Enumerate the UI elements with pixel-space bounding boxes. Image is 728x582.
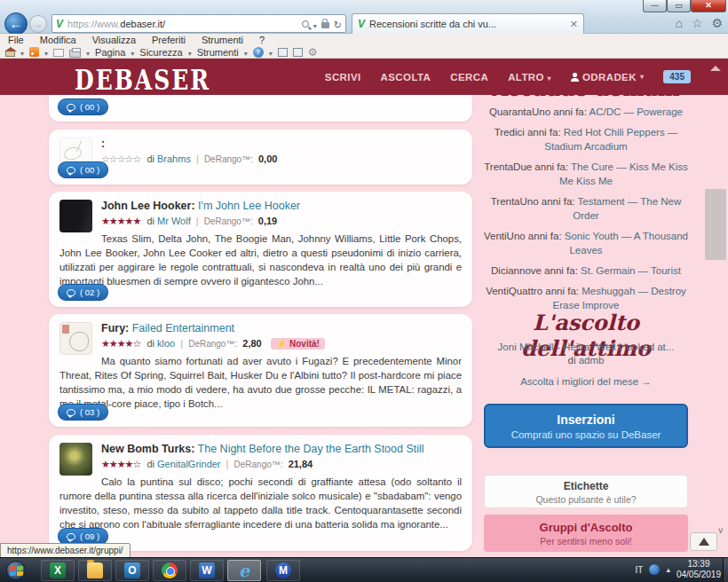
refresh-icon[interactable] xyxy=(334,16,342,32)
ascolto-author-link[interactable]: admb xyxy=(579,355,605,366)
chevron-down-icon[interactable]: ∨ xyxy=(717,525,724,535)
taskbar-folder[interactable] xyxy=(78,560,112,581)
user-menu[interactable]: ODRADEK ▾ xyxy=(571,72,644,83)
chevron-down-icon[interactable] xyxy=(86,47,90,58)
inserzioni-button[interactable]: Inserzioni Comprati uno spazio su DeBase… xyxy=(484,404,688,448)
gruppi-ascolto-button[interactable]: Gruppi d'Ascolto Per sentirsi meno soli! xyxy=(484,515,688,552)
settings-gear-icon[interactable]: ⚙ xyxy=(711,16,723,30)
star-rating: ★★★★☆ xyxy=(101,459,140,469)
network-globe-icon[interactable] xyxy=(649,564,660,575)
chevron-down-icon[interactable] xyxy=(20,47,24,58)
read-mail-icon[interactable] xyxy=(53,49,64,57)
menu-strumenti[interactable]: Strumenti xyxy=(194,34,251,45)
review-album-link[interactable]: I'm John Lee Hooker xyxy=(198,200,300,212)
taskbar-outlook[interactable]: O xyxy=(115,560,149,581)
review-album-link[interactable]: Failed Entertainment xyxy=(132,322,234,334)
taskbar-malwarebytes[interactable]: M xyxy=(266,560,300,581)
etichette-button[interactable]: Etichette Questo pulsante è utile? xyxy=(484,475,688,508)
taskbar: X O W e M IT ▴ 13:39 04/05/2019 xyxy=(0,557,728,582)
favorites-star-icon[interactable]: ☆ xyxy=(692,16,703,30)
nav-cerca[interactable]: CERCA xyxy=(450,72,488,83)
comments-button[interactable]: ( 00 ) xyxy=(58,161,108,178)
anniversary-link[interactable]: Sonic Youth — A Thousand Leaves xyxy=(565,231,688,256)
chevron-down-icon[interactable] xyxy=(269,47,273,58)
gear-icon[interactable]: ⚙ xyxy=(308,46,318,59)
home-page-icon[interactable] xyxy=(5,51,15,57)
minimize-button[interactable]: — xyxy=(643,0,667,12)
nav-ascolta[interactable]: ASCOLTA xyxy=(381,72,431,83)
desktop: — ▭ ✕ ← → V https://www.debaser.it/ V Re… xyxy=(0,0,728,582)
address-dropdown-icon[interactable] xyxy=(313,16,317,32)
menu-help[interactable]: ? xyxy=(251,34,273,45)
review-album-link[interactable]: The Night Before the Day the Earth Stood… xyxy=(198,443,424,455)
anniversary-link[interactable]: St. Germain — Tourist xyxy=(581,265,681,276)
author-link[interactable]: GenitalGrinder xyxy=(157,459,221,469)
author-link[interactable]: Mr Wolf xyxy=(157,216,191,226)
chevron-down-icon[interactable] xyxy=(44,47,48,58)
address-bar[interactable]: V https://www.debaser.it/ xyxy=(51,14,346,33)
ascolto-track-link[interactable]: Joni Mitchell - Hejira "Well I looked at… xyxy=(498,342,675,352)
site-logo[interactable]: DEBASER xyxy=(75,64,210,96)
nav-scrivi[interactable]: SCRIVI xyxy=(325,72,361,83)
user-icon xyxy=(571,73,579,81)
taskbar-excel[interactable]: X xyxy=(41,560,75,581)
comment-bubble-icon xyxy=(67,104,75,111)
taskbar-internet-explorer[interactable]: e xyxy=(227,560,261,581)
scrollbar-thumb[interactable] xyxy=(705,189,726,260)
author-link[interactable]: kloo xyxy=(157,338,175,349)
scrollbar-up-arrow[interactable] xyxy=(710,66,721,71)
extension-icon[interactable] xyxy=(278,48,288,57)
chevron-down-icon: ▾ xyxy=(640,73,644,81)
help-icon[interactable]: ? xyxy=(253,47,264,58)
derango-value: 0,00 xyxy=(258,153,277,164)
tab-close-icon[interactable]: ✕ xyxy=(566,19,578,30)
anniversary-link[interactable]: AC/DC — Powerage xyxy=(590,106,683,117)
anniversary-item: TrentaUno anni fa: Testament — The New O… xyxy=(484,194,688,223)
best-of-month-link[interactable]: Ascolta i migliori del mese → xyxy=(520,376,652,387)
maximize-button[interactable]: ▭ xyxy=(667,0,691,12)
show-desktop-button[interactable] xyxy=(723,558,728,582)
tab-title: Recensioni scritte da chi vu... xyxy=(369,19,566,29)
album-thumbnail[interactable] xyxy=(59,200,92,232)
comment-bubble-icon xyxy=(67,409,75,416)
system-clock[interactable]: 13:39 04/05/2019 xyxy=(677,559,721,580)
outlook-icon: O xyxy=(124,562,140,578)
anniversary-link[interactable]: The Cure — Kiss Me Kiss Me Kiss Me xyxy=(559,161,688,186)
author-link[interactable]: Brahms xyxy=(157,153,191,164)
print-icon[interactable] xyxy=(69,50,81,58)
extension-icon[interactable] xyxy=(293,48,303,57)
page-menu[interactable]: Pagina xyxy=(95,47,125,58)
url-text[interactable]: https://www.debaser.it/ xyxy=(67,19,302,29)
back-button[interactable]: ← xyxy=(4,12,28,35)
home-icon[interactable]: ⌂ xyxy=(675,16,682,30)
menu-visualizza[interactable]: Visualizza xyxy=(84,34,144,45)
anniversary-link[interactable]: Testament — The New Order xyxy=(573,196,681,221)
tools-menu[interactable]: Strumenti xyxy=(197,47,239,58)
menu-file[interactable]: File xyxy=(0,34,32,45)
close-button[interactable]: ✕ xyxy=(691,0,726,12)
search-icon[interactable] xyxy=(302,20,309,28)
anniversary-item: VentiUno anni fa: Sonic Youth — A Thousa… xyxy=(484,229,688,257)
comments-button[interactable]: ( 00 ) xyxy=(58,98,108,115)
security-menu[interactable]: Sicurezza xyxy=(139,47,182,58)
menu-preferiti[interactable]: Preferiti xyxy=(144,34,194,45)
notification-badge[interactable]: 435 xyxy=(663,70,691,83)
nav-altro[interactable]: ALTRO ▾ xyxy=(508,72,551,83)
comment-bubble-icon xyxy=(67,289,75,296)
comments-button[interactable]: ( 02 ) xyxy=(58,284,108,301)
rss-feed-icon[interactable] xyxy=(29,47,39,57)
menu-modifica[interactable]: Modifica xyxy=(32,34,84,45)
language-indicator[interactable]: IT xyxy=(636,565,644,575)
anniversary-link[interactable]: Red Hot Chili Peppers — Stadium Arcadium xyxy=(544,127,677,152)
comments-button[interactable]: ( 03 ) xyxy=(58,404,108,421)
tray-expand-icon[interactable]: ▴ xyxy=(666,565,670,574)
album-thumbnail[interactable] xyxy=(59,443,92,476)
taskbar-word[interactable]: W xyxy=(190,560,224,581)
forward-button[interactable]: → xyxy=(29,15,47,33)
browser-tab[interactable]: V Recensioni scritte da chi vu... ✕ xyxy=(352,13,584,34)
anniversary-item: VentiQuattro anni fa: Meshuggah — Destro… xyxy=(484,284,688,312)
start-button[interactable] xyxy=(6,561,26,580)
album-thumbnail[interactable] xyxy=(59,322,92,355)
image-widget-button[interactable] xyxy=(690,532,717,551)
taskbar-chrome[interactable] xyxy=(153,560,186,581)
